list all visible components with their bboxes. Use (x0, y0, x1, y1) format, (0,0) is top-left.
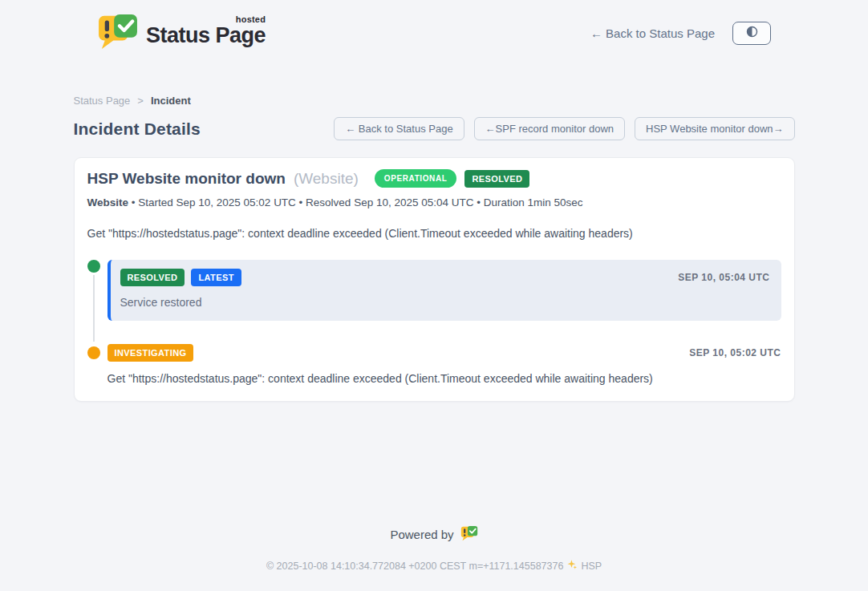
breadcrumb: Status Page > Incident (74, 95, 795, 107)
timeline-dot-resolved (87, 260, 100, 273)
sparkles-icon (566, 559, 578, 573)
copyright-brand: HSP (581, 561, 602, 572)
incident-meta-component: Website (87, 196, 129, 208)
incident-meta: Website • Started Sep 10, 2025 05:02 UTC… (87, 196, 781, 208)
breadcrumb-separator: > (137, 95, 144, 107)
page-title: Incident Details (74, 119, 201, 139)
incident-timeline: RESOLVED LATEST SEP 10, 05:04 UTC Servic… (87, 260, 781, 385)
header: hosted Status Page ← Back to Status Page (97, 0, 771, 53)
timeline-latest-update-box: RESOLVED LATEST SEP 10, 05:04 UTC Servic… (107, 260, 781, 321)
timeline-item-investigating: INVESTIGATING SEP 10, 05:02 UTC Get "htt… (87, 344, 781, 385)
status-page-logo-icon (97, 13, 139, 53)
next-incident-button[interactable]: HSP Website monitor down→ (635, 117, 794, 140)
prev-incident-button[interactable]: ←SPF record monitor down (474, 117, 625, 140)
breadcrumb-incident: Incident (151, 95, 191, 107)
hsp-logo-icon (460, 525, 478, 544)
copyright-line: © 2025-10-08 14:10:34.772084 +0200 CEST … (0, 559, 868, 573)
timeline-timestamp: SEP 10, 05:04 UTC (678, 272, 769, 283)
theme-toggle-button[interactable] (732, 22, 771, 45)
timeline-item-header: RESOLVED LATEST SEP 10, 05:04 UTC (120, 269, 770, 286)
timeline-latest-badge: LATEST (191, 269, 241, 286)
timeline-item-header: INVESTIGATING SEP 10, 05:02 UTC (107, 344, 781, 362)
incident-title-row: HSP Website monitor down (Website) OPERA… (87, 169, 781, 188)
incident-title: HSP Website monitor down (87, 170, 286, 188)
powered-by-link[interactable]: Powered by (390, 525, 477, 544)
powered-by-label: Powered by (390, 528, 453, 541)
main-content: Status Page > Incident Incident Details … (74, 53, 795, 402)
timeline-message: Service restored (120, 296, 770, 309)
timeline-message: Get "https://hostedstatus.page": context… (107, 372, 781, 385)
incident-component-label: (Website) (294, 170, 359, 188)
brand-text: hosted Status Page (146, 14, 266, 47)
header-actions: ← Back to Status Page (590, 22, 771, 45)
copyright-text: © 2025-10-08 14:10:34.772084 +0200 CEST … (266, 561, 564, 572)
incident-nav-buttons: ← Back to Status Page ←SPF record monito… (334, 117, 794, 140)
back-to-status-page-button[interactable]: ← Back to Status Page (334, 117, 464, 140)
timeline-investigating-badge: INVESTIGATING (107, 344, 194, 362)
timeline-item-resolved: RESOLVED LATEST SEP 10, 05:04 UTC Servic… (87, 260, 781, 321)
title-row: Incident Details ← Back to Status Page ←… (74, 117, 795, 140)
resolved-badge: RESOLVED (464, 170, 529, 188)
timeline-resolved-badge: RESOLVED (120, 269, 185, 286)
incident-description: Get "https://hostedstatus.page": context… (87, 227, 781, 240)
incident-meta-details: • Started Sep 10, 2025 05:02 UTC • Resol… (128, 196, 583, 208)
operational-badge: OPERATIONAL (375, 169, 457, 188)
footer: Powered by © 2025-10-08 14:10:34.772084 … (0, 525, 868, 573)
brand-name-label: Status Page (146, 24, 266, 47)
brand-logo[interactable]: hosted Status Page (97, 13, 266, 53)
incident-card: HSP Website monitor down (Website) OPERA… (74, 157, 795, 402)
circle-half-icon (745, 25, 759, 41)
back-to-status-page-link[interactable]: ← Back to Status Page (590, 26, 715, 40)
timeline-timestamp: SEP 10, 05:02 UTC (689, 347, 781, 358)
timeline-dot-investigating (87, 346, 100, 359)
breadcrumb-status-page[interactable]: Status Page (74, 95, 131, 107)
